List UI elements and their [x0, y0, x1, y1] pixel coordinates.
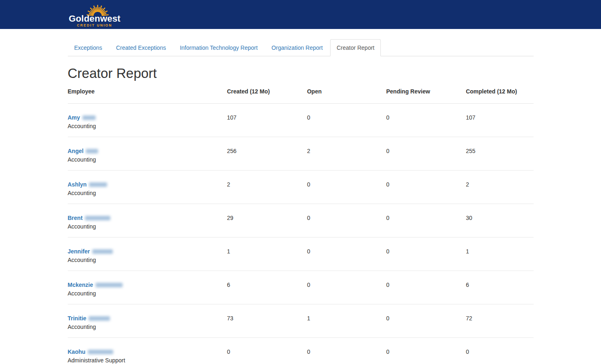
tab-creator-report[interactable]: Creator Report	[330, 39, 381, 56]
creator-report-table: Employee Created (12 Mo) Open Pending Re…	[68, 85, 534, 364]
open-count: 1	[307, 304, 386, 338]
employee-name-line: Kaohu	[68, 348, 227, 355]
completed-count: 0	[466, 338, 533, 364]
table-row: Kaohu Administrative Support 0 0 0 0	[68, 338, 534, 364]
pending-review-count: 0	[386, 204, 466, 237]
created-count: 73	[227, 304, 307, 338]
app-header: Goldenwest CREDIT UNION	[0, 0, 601, 29]
employee-department: Accounting	[68, 156, 227, 163]
redacted-last-name	[86, 149, 98, 153]
pending-review-count: 0	[386, 104, 466, 137]
employee-name-line: Jennifer	[68, 248, 227, 255]
employee-name-link[interactable]: Brent	[68, 215, 83, 221]
tab-information-technology-report[interactable]: Information Technology Report	[173, 39, 264, 56]
table-row: Jennifer Accounting 1 0 0 1	[68, 237, 534, 271]
tab-organization-report[interactable]: Organization Report	[265, 39, 329, 56]
created-count: 0	[227, 338, 307, 364]
page-viewport: Goldenwest CREDIT UNION Exceptions Creat…	[0, 0, 601, 364]
sunburst-icon	[84, 3, 111, 16]
employee-name-line: Angel	[68, 148, 227, 155]
page-title: Creator Report	[68, 66, 534, 81]
completed-count: 255	[466, 137, 533, 171]
employee-department: Accounting	[68, 290, 227, 297]
created-count: 2	[227, 171, 307, 204]
employee-name-line: Mckenzie	[68, 282, 227, 289]
pending-review-count: 0	[386, 271, 466, 304]
employee-department: Administrative Support	[68, 357, 227, 364]
employee-name-line: Trinitie	[68, 315, 227, 322]
redacted-last-name	[85, 216, 110, 220]
open-count: 0	[307, 271, 386, 304]
pending-review-count: 0	[386, 171, 466, 204]
created-count: 107	[227, 104, 307, 137]
employee-department: Accounting	[68, 123, 227, 130]
completed-count: 72	[466, 304, 533, 338]
employee-name-link[interactable]: Ashlyn	[68, 181, 87, 188]
employee-name-link[interactable]: Amy	[68, 114, 80, 121]
redacted-last-name	[88, 350, 113, 354]
tab-exceptions[interactable]: Exceptions	[68, 39, 109, 56]
table-header-row: Employee Created (12 Mo) Open Pending Re…	[68, 85, 534, 104]
created-count: 6	[227, 271, 307, 304]
employee-name-line: Amy	[68, 114, 227, 121]
column-header-completed: Completed (12 Mo)	[466, 85, 533, 104]
employee-department: Accounting	[68, 257, 227, 264]
column-header-open: Open	[307, 85, 386, 104]
completed-count: 30	[466, 204, 533, 237]
employee-name-line: Brent	[68, 215, 227, 222]
employee-name-link[interactable]: Kaohu	[68, 348, 86, 355]
table-row: Amy Accounting 107 0 0 107	[68, 104, 534, 137]
redacted-last-name	[96, 283, 123, 287]
open-count: 0	[307, 171, 386, 204]
completed-count: 2	[466, 171, 533, 204]
completed-count: 6	[466, 271, 533, 304]
employee-name-link[interactable]: Trinitie	[68, 315, 87, 322]
table-row: Ashlyn Accounting 2 0 0 2	[68, 171, 534, 204]
table-row: Brent Accounting 29 0 0 30	[68, 204, 534, 237]
open-count: 0	[307, 237, 386, 271]
open-count: 0	[307, 204, 386, 237]
redacted-last-name	[92, 249, 113, 254]
pending-review-count: 0	[386, 237, 466, 271]
employee-name-link[interactable]: Jennifer	[68, 248, 90, 255]
created-count: 29	[227, 204, 307, 237]
pending-review-count: 0	[386, 304, 466, 338]
created-count: 1	[227, 237, 307, 271]
main-content: Exceptions Created Exceptions Informatio…	[68, 39, 534, 364]
pending-review-count: 0	[386, 338, 466, 364]
open-count: 0	[307, 104, 386, 137]
table-row: Mckenzie Accounting 6 0 0 6	[68, 271, 534, 304]
tab-created-exceptions[interactable]: Created Exceptions	[109, 39, 172, 56]
redacted-last-name	[89, 182, 107, 187]
employee-department: Accounting	[68, 190, 227, 197]
completed-count: 107	[466, 104, 533, 137]
report-tabs: Exceptions Created Exceptions Informatio…	[68, 39, 534, 56]
open-count: 2	[307, 137, 386, 171]
column-header-created: Created (12 Mo)	[227, 85, 307, 104]
employee-name-line: Ashlyn	[68, 181, 227, 188]
employee-name-link[interactable]: Mckenzie	[68, 282, 93, 288]
employee-name-link[interactable]: Angel	[68, 148, 84, 154]
table-row: Trinitie Accounting 73 1 0 72	[68, 304, 534, 338]
redacted-last-name	[89, 316, 110, 321]
redacted-last-name	[83, 115, 96, 120]
column-header-pending-review: Pending Review	[386, 85, 466, 104]
completed-count: 1	[466, 237, 533, 271]
employee-department: Accounting	[68, 223, 227, 230]
goldenwest-logo: Goldenwest CREDIT UNION	[68, 2, 122, 28]
created-count: 256	[227, 137, 307, 171]
table-row: Angel Accounting 256 2 0 255	[68, 137, 534, 171]
logo-tagline: CREDIT UNION	[68, 23, 122, 28]
open-count: 0	[307, 338, 386, 364]
pending-review-count: 0	[386, 137, 466, 171]
employee-department: Accounting	[68, 324, 227, 331]
column-header-employee: Employee	[68, 85, 227, 104]
